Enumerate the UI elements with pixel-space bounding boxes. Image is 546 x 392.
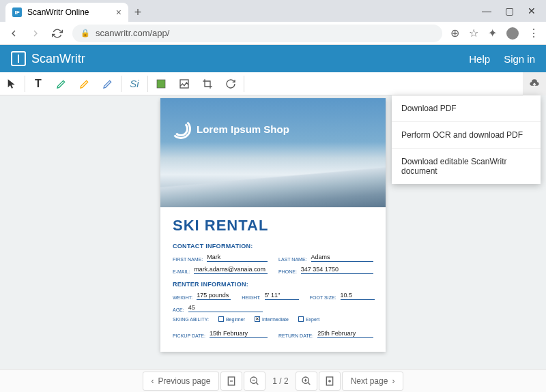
toolbar: T Si [0, 72, 546, 95]
tab-title: ScanWritr Online [27, 7, 89, 17]
section-contact: CONTACT INFORMATION: [173, 243, 373, 250]
zoom-in-button[interactable] [296, 372, 317, 391]
checkbox-intermediate: ✕ [255, 316, 260, 322]
age-value: 45 [188, 304, 263, 312]
chk-intermediate-label: Intermediate [262, 317, 289, 322]
browser-titlebar: IF ScanWritr Online × + — ▢ ✕ [0, 0, 546, 22]
text-tool[interactable]: T [27, 72, 50, 95]
age-label: AGE: [173, 307, 184, 312]
foot-value: 10.5 [341, 292, 375, 300]
install-icon[interactable]: ⊕ [450, 27, 459, 40]
last-name-label: LAST NAME: [278, 257, 307, 262]
height-label: HEIGHT: [242, 295, 261, 300]
image-fill-tool[interactable] [149, 72, 173, 95]
phone-label: PHONE: [278, 269, 297, 274]
ocr-download-item[interactable]: Perform OCR and download PDF [392, 122, 541, 149]
maximize-icon[interactable]: ▢ [505, 5, 514, 16]
height-value: 5' 11" [265, 292, 299, 300]
reload-button[interactable] [51, 27, 64, 40]
close-window-icon[interactable]: ✕ [528, 5, 536, 16]
lock-icon: 🔒 [81, 29, 90, 37]
add-page-button[interactable] [319, 372, 341, 391]
download-pdf-item[interactable]: Download PDF [392, 95, 541, 122]
checkbox-expert [298, 316, 304, 322]
profile-icon[interactable] [506, 27, 519, 40]
email-value: mark.adams@vanaia.com [194, 266, 268, 274]
chevron-right-icon: › [392, 376, 394, 386]
checkbox-beginner [218, 316, 224, 322]
url-text: scanwritr.com/app/ [96, 28, 169, 38]
app-header: ScanWritr Help Sign in [0, 45, 546, 72]
return-label: RETURN DATE: [278, 333, 313, 338]
zoom-out-button[interactable] [244, 372, 265, 391]
section-renter: RENTER INFORMATION: [173, 281, 373, 288]
prev-label: Previous page [158, 376, 211, 386]
pointer-tool[interactable] [0, 72, 23, 95]
chk-beginner-label: Beginner [226, 317, 245, 322]
pen-tool[interactable] [50, 72, 73, 95]
ability-label: SKIING ABILITY: [173, 317, 209, 322]
hero-image: Lorem Ipsum Shop [160, 98, 386, 207]
help-link[interactable]: Help [469, 53, 490, 65]
chk-expert-label: Expert [306, 317, 319, 322]
svg-rect-0 [157, 80, 165, 88]
brand-icon [171, 119, 191, 139]
image-tool[interactable] [173, 72, 196, 95]
phone-value: 347 354 1750 [301, 266, 373, 274]
app-name: ScanWritr [31, 52, 85, 66]
bookmark-icon[interactable]: ☆ [469, 27, 478, 40]
export-button[interactable] [523, 72, 546, 95]
first-name-value: Mark [207, 254, 268, 262]
foot-label: FOOT SIZE: [310, 295, 336, 300]
new-tab-button[interactable]: + [128, 3, 147, 22]
download-editable-item[interactable]: Download editable ScanWritr document [392, 149, 541, 184]
address-bar: 🔒 scanwritr.com/app/ ⊕ ☆ ✦ ⋮ [0, 22, 546, 45]
extensions-icon[interactable]: ✦ [488, 27, 497, 40]
signature-tool[interactable]: Si [123, 72, 146, 95]
menu-icon[interactable]: ⋮ [528, 27, 539, 40]
back-button[interactable] [7, 27, 20, 40]
logo-icon [11, 51, 26, 66]
page-indicator: 1 / 2 [267, 376, 293, 386]
eraser-tool[interactable] [96, 72, 119, 95]
return-value: 25th February [317, 330, 373, 338]
weight-value: 175 pounds [197, 292, 231, 300]
pickup-label: PICKUP DATE: [173, 333, 205, 338]
favicon-icon: IF [12, 7, 22, 17]
signin-link[interactable]: Sign in [504, 53, 535, 65]
app-logo[interactable]: ScanWritr [11, 51, 85, 66]
pickup-value: 15th February [210, 330, 268, 338]
pagination-footer: ‹Previous page 1 / 2 Next page› [0, 369, 546, 392]
remove-page-button[interactable] [220, 372, 242, 391]
export-menu: Download PDF Perform OCR and download PD… [392, 95, 541, 184]
minimize-icon[interactable]: — [482, 5, 491, 16]
hero-brand: Lorem Ipsum Shop [171, 119, 289, 139]
forward-button[interactable] [29, 27, 42, 40]
crop-tool[interactable] [196, 72, 219, 95]
doc-title: SKI RENTAL [173, 217, 373, 235]
browser-tab[interactable]: IF ScanWritr Online × [5, 3, 128, 22]
next-label: Next page [351, 376, 388, 386]
next-page-button[interactable]: Next page› [342, 372, 404, 391]
tab-close-icon[interactable]: × [116, 7, 121, 18]
document-page: Lorem Ipsum Shop SKI RENTAL CONTACT INFO… [160, 98, 386, 352]
first-name-label: FIRST NAME: [173, 257, 203, 262]
url-input[interactable]: 🔒 scanwritr.com/app/ [72, 25, 442, 42]
weight-label: WEIGHT: [173, 295, 192, 300]
email-label: E-MAIL: [173, 269, 190, 274]
last-name-value: Adams [311, 254, 374, 262]
prev-page-button[interactable]: ‹Previous page [143, 372, 220, 391]
marker-tool[interactable] [73, 72, 96, 95]
rotate-tool[interactable] [219, 72, 242, 95]
chevron-left-icon: ‹ [152, 376, 154, 386]
brand-text: Lorem Ipsum Shop [197, 123, 289, 135]
